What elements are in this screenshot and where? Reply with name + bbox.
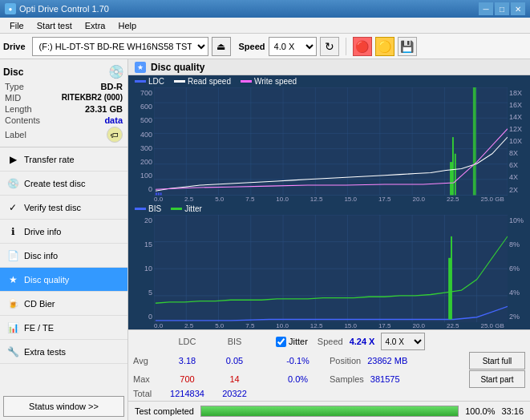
stats-area: LDC BIS Jitter Speed 4.24 X 4.0 X 2.0 X … [128, 329, 530, 401]
type-value: BD-R [101, 82, 123, 91]
drive-info-icon: ℹ [6, 225, 19, 238]
max-label: Max [133, 374, 162, 384]
disc-type-row: Type BD-R [3, 81, 124, 92]
disc-label-row: Label 🏷 [3, 126, 124, 143]
progress-bar-fill [201, 406, 458, 416]
status-window-button[interactable]: Status window >> [3, 396, 124, 417]
menu-extra[interactable]: Extra [79, 19, 112, 32]
max-ldc: 700 [165, 374, 209, 384]
close-button[interactable]: ✕ [511, 2, 525, 15]
total-ldc: 1214834 [165, 389, 209, 398]
menu-help[interactable]: Help [111, 19, 143, 32]
save-button[interactable]: 💾 [398, 37, 417, 56]
sidebar-item-transfer-rate[interactable]: ▶ Transfer rate [0, 147, 127, 172]
sidebar-item-extra-tests[interactable]: 🔧 Extra tests [0, 340, 127, 364]
speed-dropdown[interactable]: 4.0 X 2.0 X 8.0 X [381, 333, 425, 350]
progress-bar [200, 406, 459, 417]
samples-val: 381575 [370, 374, 400, 384]
svg-rect-26 [455, 154, 456, 196]
disc-section: Disc 💿 Type BD-R MID RITEKBR2 (000) Leng… [0, 59, 127, 147]
disc-mid-row: MID RITEKBR2 (000) [3, 92, 124, 103]
svg-rect-22 [158, 192, 160, 195]
disc-contents-row: Contents data [3, 115, 124, 126]
total-label: Total [133, 389, 162, 398]
start-part-button[interactable]: Start part [469, 370, 525, 388]
disc-info-label: Disc info [24, 251, 58, 260]
fe-te-label: FE / TE [24, 323, 54, 333]
drive-select[interactable]: (F:) HL-DT-ST BD-RE WH16NS58 TST4 [32, 37, 208, 56]
svg-rect-25 [452, 137, 454, 195]
sidebar-item-disc-quality[interactable]: ★ Disc quality [0, 268, 127, 292]
read-speed-legend-label: Read speed [188, 77, 231, 86]
jitter-checkbox[interactable] [276, 337, 286, 347]
maximize-button[interactable]: □ [495, 2, 509, 15]
bis-header: BIS [212, 337, 257, 346]
speed-select[interactable]: 4.0 X 2.0 X 8.0 X [269, 37, 317, 56]
jitter-checkbox-group[interactable]: Jitter [276, 337, 308, 347]
mid-value: RITEKBR2 (000) [62, 93, 123, 103]
create-test-disc-label: Create test disc [24, 179, 85, 188]
ldc-legend-color [135, 80, 146, 83]
bis-legend-label: BIS [148, 204, 161, 213]
progress-area: Test completed 100.0% 33:16 [128, 401, 530, 420]
sidebar-item-disc-info[interactable]: 📄 Disc info [0, 244, 127, 268]
cd-bier-label: CD Bier [24, 299, 55, 309]
content-area: ★ Disc quality LDC Read speed Write spee… [128, 59, 530, 420]
avg-ldc: 3.18 [165, 356, 209, 365]
titlebar: ● Opti Drive Control 1.70 ─ □ ✕ [0, 0, 530, 18]
eject-button[interactable]: ⏏ [212, 37, 231, 56]
drive-label: Drive [3, 42, 26, 51]
jitter-header-label: Jitter [289, 337, 308, 346]
position-val: 23862 MB [367, 356, 407, 365]
fe-te-icon: 📊 [6, 321, 19, 334]
menu-file[interactable]: File [3, 19, 30, 32]
refresh-button[interactable]: ↻ [320, 37, 339, 56]
menubar: File Start test Extra Help [0, 18, 530, 34]
disc-quality-title: Disc quality [151, 62, 204, 73]
titlebar-left: ● Opti Drive Control 1.70 [5, 3, 109, 14]
progress-text: 100.0% [465, 406, 495, 416]
disc-icon: 💿 [108, 64, 124, 79]
sidebar-item-verify-test-disc[interactable]: ✓ Verify test disc [0, 196, 127, 220]
color2-button[interactable]: 🟡 [375, 37, 394, 56]
bis-legend-color [135, 208, 146, 210]
create-test-disc-icon: 💿 [6, 177, 19, 190]
ldc-legend: LDC [135, 77, 164, 86]
top-chart-area [154, 87, 508, 196]
disc-header: Disc 💿 [3, 63, 124, 81]
disc-quality-label: Disc quality [24, 275, 69, 285]
svg-rect-23 [160, 192, 162, 195]
ldc-legend-label: LDC [148, 77, 164, 86]
svg-rect-24 [450, 162, 452, 195]
minimize-button[interactable]: ─ [479, 2, 493, 15]
status-time: 33:16 [501, 406, 524, 416]
write-speed-legend-label: Write speed [254, 77, 297, 86]
top-chart-y-axis-right: 18X 16X 14X 12X 10X 8X 6X 4X 2X [508, 87, 530, 196]
sidebar-menu: ▶ Transfer rate 💿 Create test disc ✓ Ver… [0, 147, 127, 364]
speed-header: Speed [318, 337, 343, 346]
transfer-rate-label: Transfer rate [24, 155, 75, 164]
start-full-button[interactable]: Start full [469, 352, 525, 370]
menu-start-test[interactable]: Start test [30, 19, 79, 32]
max-bis: 14 [212, 374, 257, 384]
sidebar-item-drive-info[interactable]: ℹ Drive info [0, 220, 127, 244]
type-label: Type [5, 82, 24, 91]
avg-bis: 0.05 [212, 356, 257, 365]
position-label: Position [330, 356, 361, 365]
speed-label: Speed [239, 42, 265, 51]
sidebar-item-fe-te[interactable]: 📊 FE / TE [0, 316, 127, 340]
bottom-chart-area [154, 215, 508, 323]
jitter-legend-label: Jitter [184, 204, 202, 213]
verify-test-disc-label: Verify test disc [24, 203, 81, 212]
app-title: Opti Drive Control 1.70 [19, 4, 109, 14]
sidebar-item-create-test-disc[interactable]: 💿 Create test disc [0, 172, 127, 196]
write-speed-legend-color [241, 80, 252, 83]
bottom-chart-svg [154, 215, 508, 323]
sidebar-item-cd-bier[interactable]: 🍺 CD Bier [0, 292, 127, 316]
jitter-legend-color [171, 208, 182, 210]
color1-button[interactable]: 🔴 [353, 37, 372, 56]
bis-legend: BIS [135, 204, 161, 213]
avg-jitter: -0.1% [276, 356, 320, 365]
ldc-header: LDC [165, 337, 209, 346]
status-text: Test completed [135, 406, 194, 416]
